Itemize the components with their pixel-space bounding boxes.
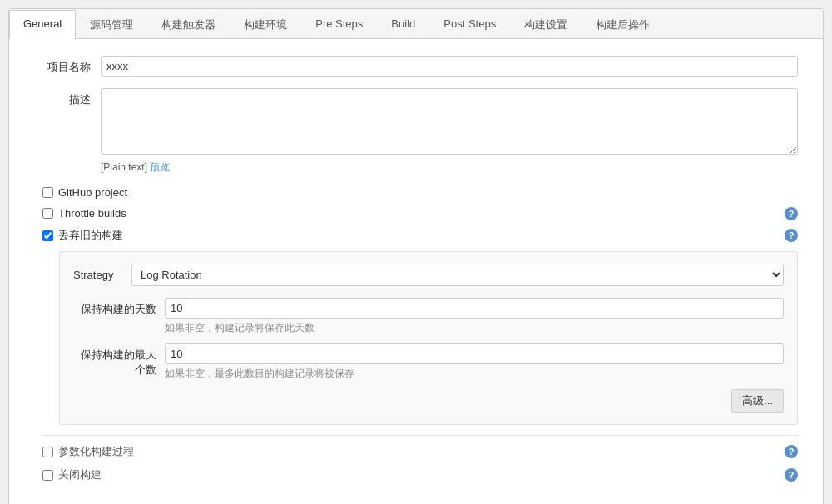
keep-max-hint: 如果非空，最多此数目的构建记录将被保存	[165, 367, 784, 381]
keep-days-hint: 如果非空，构建记录将保存此天数	[165, 321, 784, 335]
throttle-builds-label[interactable]: Throttle builds	[58, 207, 126, 220]
tab-general[interactable]: General	[9, 10, 76, 39]
tab-settings[interactable]: 构建设置	[510, 10, 582, 39]
project-name-row: 项目名称	[34, 56, 798, 77]
discard-old-help-icon[interactable]: ?	[785, 229, 798, 242]
discard-old-row: 丢弃旧的构建 ?	[42, 228, 798, 243]
close-row: 关闭构建 ?	[42, 467, 798, 482]
parameterize-label[interactable]: 参数化构建过程	[58, 444, 134, 459]
project-name-label: 项目名称	[34, 56, 101, 75]
tab-bar: General 源码管理 构建触发器 构建环境 Pre Steps Build …	[9, 9, 823, 39]
preview-link[interactable]: 预览	[150, 161, 170, 173]
throttle-builds-checkbox[interactable]	[42, 208, 53, 219]
discard-old-checkbox[interactable]	[42, 230, 53, 241]
throttle-builds-help-icon[interactable]: ?	[785, 207, 798, 220]
keep-max-control: 如果非空，最多此数目的构建记录将被保存	[165, 343, 784, 381]
parameterize-help-icon[interactable]: ?	[785, 445, 798, 458]
description-row: 描述 [Plain text] 预览	[34, 88, 798, 175]
description-input[interactable]	[101, 88, 798, 155]
strategy-row: Strategy Log Rotation None	[73, 264, 784, 286]
divider	[42, 435, 798, 436]
tab-postbuild[interactable]: 构建后操作	[582, 10, 664, 39]
parameterize-checkbox[interactable]	[42, 447, 53, 457]
keep-days-input[interactable]	[165, 298, 784, 319]
github-project-row: GitHub project	[42, 186, 798, 199]
discard-section: Strategy Log Rotation None 保持构建的天数 如果非空，…	[59, 251, 798, 425]
checkbox-section: GitHub project Throttle builds ? 丢弃旧的构建 …	[34, 186, 798, 482]
github-project-label[interactable]: GitHub project	[58, 186, 127, 199]
tab-trigger[interactable]: 构建触发器	[147, 10, 230, 39]
advanced-row: 高级...	[73, 389, 784, 413]
keep-max-input[interactable]	[165, 343, 784, 364]
project-name-wrap	[101, 56, 798, 77]
advanced-button[interactable]: 高级...	[731, 389, 784, 413]
close-builds-checkbox[interactable]	[42, 470, 53, 481]
close-builds-help-icon[interactable]: ?	[785, 468, 798, 482]
tab-source[interactable]: 源码管理	[76, 10, 147, 39]
throttle-builds-row: Throttle builds ?	[42, 207, 798, 220]
text-format-label: [Plain text]	[101, 161, 147, 173]
content-area: 项目名称 描述 [Plain text] 预览 GitHub project	[9, 39, 823, 504]
strategy-select[interactable]: Log Rotation None	[131, 264, 784, 286]
github-project-checkbox[interactable]	[42, 187, 53, 198]
parameterize-row: 参数化构建过程 ?	[42, 444, 798, 459]
tab-build[interactable]: Build	[377, 10, 429, 39]
text-format-row: [Plain text] 预览	[101, 161, 798, 175]
tab-poststeps[interactable]: Post Steps	[429, 10, 510, 39]
keep-days-control: 如果非空，构建记录将保存此天数	[165, 298, 784, 335]
close-builds-label[interactable]: 关闭构建	[58, 467, 102, 482]
tab-env[interactable]: 构建环境	[230, 10, 301, 39]
tab-presteps[interactable]: Pre Steps	[301, 10, 377, 39]
description-wrap: [Plain text] 预览	[101, 88, 798, 175]
keep-days-row: 保持构建的天数 如果非空，构建记录将保存此天数	[73, 298, 784, 335]
strategy-label: Strategy	[73, 269, 131, 281]
discard-old-label[interactable]: 丢弃旧的构建	[58, 228, 123, 243]
description-label: 描述	[34, 88, 101, 107]
project-name-input[interactable]	[101, 56, 798, 77]
keep-days-label: 保持构建的天数	[73, 298, 165, 317]
keep-max-row: 保持构建的最大个数 如果非空，最多此数目的构建记录将被保存	[73, 343, 784, 381]
main-container: General 源码管理 构建触发器 构建环境 Pre Steps Build …	[8, 8, 824, 504]
keep-max-label: 保持构建的最大个数	[73, 343, 165, 378]
